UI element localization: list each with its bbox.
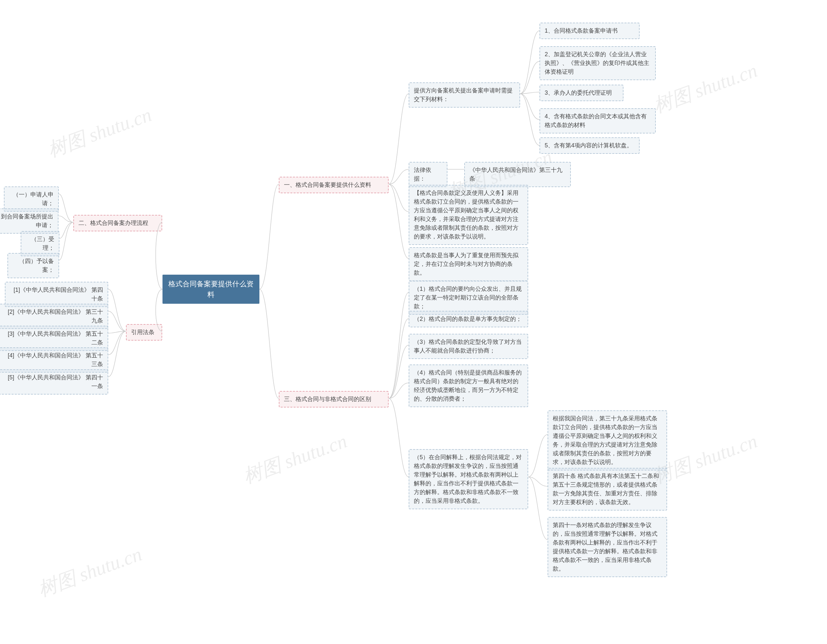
b2-step-2: （二）到合同备案场所提出申请； [0,208,58,234]
b3-diff-4: （4）格式合同（特别是提供商品和服务的格式合同）条款的制定方一般具有绝对的经济优… [409,364,528,407]
watermark: 树图 shutu.cn [650,58,761,119]
branch-3: 三、格式合同与非格式合同的区别 [279,391,389,408]
b3-diff-5b: 第四十条 格式条款具有本法第五十二条和第五十三条规定情形的，或者提供格式条款一方… [548,468,667,511]
b3-diff-1: （1）格式合同的要约向公众发出、并且规定了在某一特定时期订立该合同的全部条款； [409,281,528,315]
b3-diff-5c: 第四十一条对格式条款的理解发生争议的，应当按照通常理解予以解释。对格式条款有两种… [548,517,667,577]
branch-4: 引用法条 [126,324,162,341]
b3-diff-5a: 根据我国合同法，第三十九条采用格式条款订立合同的，提供格式条款的一方应当遵循公平… [548,410,667,470]
b1-material-1: 1、合同格式条款备案申请书 [540,23,640,39]
b1-material-5: 5、含有第4项内容的计算机软盘。 [540,138,640,154]
branch-1: 一、格式合同备案要提供什么资料 [279,177,389,193]
b1-material-3: 3、承办人的委托代理证明 [540,84,624,101]
b4-ref-2: [2]《中华人民共和国合同法》 第三十九条 [0,304,108,329]
b1-legal-ref: 《中华人民共和国合同法》第三十九条 [464,162,571,187]
b3-diff-5: （5）在合同解释上，根据合同法规定，对格式条款的理解发生争议的，应当按照通常理解… [409,449,528,509]
b1-material-4: 4、含有格式条款的合同文本或其他含有格式条款的材料 [540,108,656,133]
watermark: 树图 shutu.cn [34,541,145,603]
b1-material-2: 2、加盖登记机关公章的《企业法人营业执照》、《营业执照》的复印件或其他主体资格证… [540,46,656,80]
b1-legal-label: 法律依据： [409,162,448,187]
b3-diff-3: （3）格式合同条款的定型化导致了对方当事人不能就合同条款进行协商； [409,334,528,359]
b1-materials-intro: 提供方向备案机关提出备案申请时需提交下列材料： [409,83,520,108]
b1-article-39: 【格式合同条款定义及使用人义务】采用格式条款订立合同的，提供格式条款的一方应当遵… [409,185,528,245]
b4-ref-5: [5]《中华人民共和国合同法》 第四十一条 [0,369,108,394]
watermark: 树图 shutu.cn [239,428,351,490]
root-node: 格式合同备案要提供什么资料 [162,275,259,304]
b4-ref-4: [4]《中华人民共和国合同法》 第五十三条 [0,347,108,372]
b4-ref-1: [1]《中华人民共和国合同法》 第四十条 [5,282,108,307]
b2-step-4: （四）予以备案； [8,253,59,278]
b2-step-1: （一）申请人申请； [4,186,59,212]
b1-clause-def: 格式条款是当事人为了重复使用而预先拟定，并在订立合同时未与对方协商的条款。 [409,247,528,281]
watermark: 树图 shutu.cn [44,102,155,164]
b2-step-3: （三）受理； [21,231,59,256]
b3-diff-2: （2）格式合同的条款是单方事先制定的； [409,311,528,327]
branch-2: 二、格式合同备案办理流程 [73,215,162,231]
